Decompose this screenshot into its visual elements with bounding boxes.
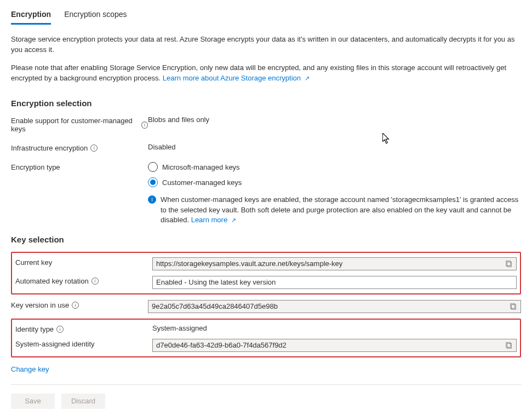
radio-icon [148,177,158,187]
change-key-link[interactable]: Change key [11,365,49,373]
tab-encryption[interactable]: Encryption [11,10,51,25]
radio-customer-label: Customer-managed keys [162,178,242,187]
key-version-label: Key version in use [11,301,69,309]
cursor-icon [382,133,390,144]
info-icon[interactable]: i [56,326,64,333]
copy-icon[interactable] [505,260,513,268]
learn-more-cmk-text: Learn more [191,216,227,224]
current-key-value: https://storagekeysamples.vault.azure.ne… [156,259,505,268]
radio-icon [148,162,158,172]
learn-more-cmk-link[interactable]: Learn more ↗ [191,216,236,224]
system-assigned-identity-label: System-assigned identity [15,340,95,348]
learn-more-link-text: Learn more about Azure Storage encryptio… [163,74,301,82]
tab-encryption-scopes[interactable]: Encryption scopes [64,10,127,25]
info-icon: i [148,195,156,204]
radio-microsoft-label: Microsoft-managed keys [162,163,240,171]
external-link-icon: ↗ [305,75,310,82]
cmk-support-value: Blobs and files only [148,115,209,124]
highlight-box-1: Current key https://storagekeysamples.va… [11,252,521,294]
intro-p1: Storage service encryption protects your… [11,34,521,55]
infrastructure-encryption-value: Disabled [148,143,176,151]
row-current-key: Current key https://storagekeysamples.va… [15,257,517,270]
external-link-icon: ↗ [231,217,236,223]
encryption-type-label: Encryption type [11,163,60,171]
key-selection-heading: Key selection [11,235,521,244]
current-key-label: Current key [15,258,52,267]
row-automated-rotation: Automated key rotation i Enabled - Using… [15,276,517,289]
info-icon[interactable]: i [91,278,99,285]
button-row: Save Discard [11,394,521,409]
highlight-box-2: Identity type i System-assigned System-a… [11,319,521,357]
infrastructure-encryption-label: Infrastructure encryption [11,144,88,152]
copy-icon[interactable] [510,303,517,310]
discard-button[interactable]: Discard [61,394,105,409]
system-assigned-identity-value: d7e0de46-fa63-42d9-b6a0-7f4da567f9d2 [156,341,505,349]
row-infrastructure-encryption: Infrastructure encryption i Disabled [11,143,521,152]
cmk-support-label: Enable support for customer-managed keys [11,117,139,133]
row-key-version: Key version in use i 9e2a05c7d63a45d49ca… [11,300,521,313]
row-system-assigned-identity: System-assigned identity d7e0de46-fa63-4… [15,339,517,352]
cmk-info-note: i When customer-managed keys are enabled… [148,195,521,225]
info-icon[interactable]: i [90,145,98,152]
learn-more-storage-encryption-link[interactable]: Learn more about Azure Storage encryptio… [163,74,310,82]
save-button[interactable]: Save [11,394,55,409]
automated-rotation-field[interactable]: Enabled - Using the latest key version [152,276,517,289]
intro-p2: Please note that after enabling Storage … [11,63,521,84]
radio-customer-managed[interactable]: Customer-managed keys [148,177,521,187]
automated-rotation-value: Enabled - Using the latest key version [156,278,513,286]
encryption-type-radio-group: Microsoft-managed keys Customer-managed … [148,162,521,225]
row-cmk-support: Enable support for customer-managed keys… [11,115,521,133]
row-identity-type: Identity type i System-assigned [15,324,517,333]
radio-microsoft-managed[interactable]: Microsoft-managed keys [148,162,521,172]
key-version-value: 9e2a05c7d63a45d49ca2846407d5e98b [152,302,510,310]
key-version-field: 9e2a05c7d63a45d49ca2846407d5e98b [148,300,521,313]
encryption-selection-heading: Encryption selection [11,99,521,108]
current-key-field: https://storagekeysamples.vault.azure.ne… [152,257,517,270]
info-icon[interactable]: i [72,302,79,309]
intro-text: Storage service encryption protects your… [11,34,521,83]
identity-type-label: Identity type [15,325,54,333]
separator [11,384,521,385]
tabs-bar: Encryption Encryption scopes [11,10,521,25]
info-icon[interactable]: i [141,122,148,129]
identity-type-value: System-assigned [152,324,207,332]
system-assigned-identity-field: d7e0de46-fa63-42d9-b6a0-7f4da567f9d2 [152,339,517,352]
automated-rotation-label: Automated key rotation [15,277,89,285]
copy-icon[interactable] [505,342,513,349]
row-encryption-type: Encryption type Microsoft-managed keys C… [11,162,521,225]
